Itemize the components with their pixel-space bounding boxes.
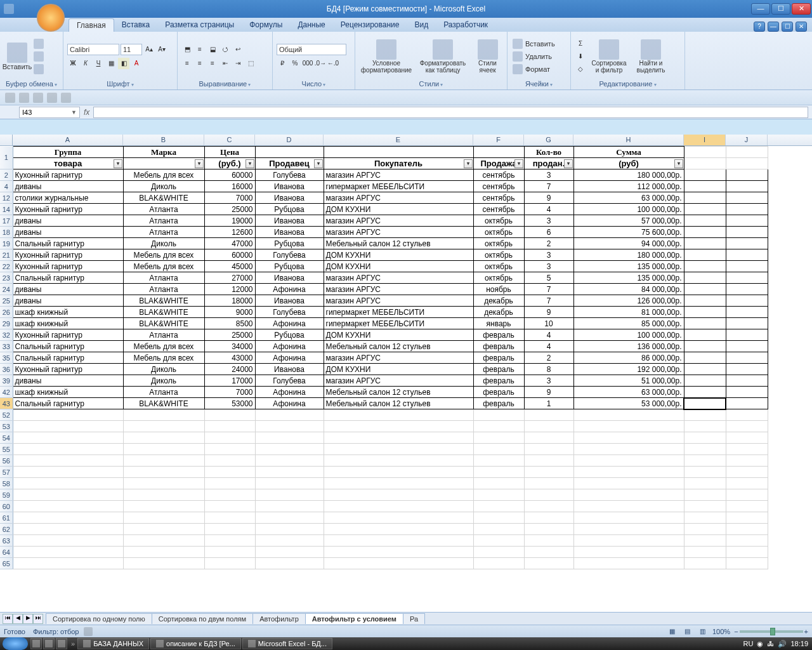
cell[interactable] — [684, 169, 726, 181]
cell[interactable]: Иванова — [255, 215, 324, 227]
align-right-button[interactable]: ≡ — [207, 58, 218, 69]
row-header[interactable]: 32 — [0, 329, 13, 341]
header-cell[interactable]: (руб)▾ — [573, 158, 684, 169]
row-header[interactable]: 63 — [0, 535, 13, 547]
header-cell[interactable]: Марка — [123, 147, 204, 158]
cell[interactable]: Диколь — [123, 238, 204, 249]
cell[interactable] — [726, 181, 768, 192]
cell[interactable] — [255, 421, 324, 432]
cell[interactable]: 18000 — [204, 295, 255, 307]
cell[interactable] — [726, 455, 768, 467]
cell[interactable] — [684, 512, 726, 524]
cell[interactable]: февраль — [473, 375, 524, 387]
cell[interactable]: январь — [473, 318, 524, 329]
row-header[interactable]: 64 — [0, 547, 13, 558]
cell[interactable]: Диколь — [123, 364, 204, 375]
row-header[interactable]: 55 — [0, 444, 13, 455]
cell[interactable] — [726, 284, 768, 295]
cell[interactable] — [684, 192, 726, 204]
header-cell[interactable]: Кол-во — [524, 147, 573, 158]
find-select-button[interactable]: Найти и выделить — [632, 36, 670, 77]
cell[interactable]: Мебель для всех — [123, 169, 204, 181]
header-cell[interactable]: Цена — [204, 147, 255, 158]
cell[interactable] — [726, 329, 768, 341]
cell[interactable]: 53 000,00р. — [573, 398, 684, 409]
row-header[interactable]: 57 — [0, 467, 13, 478]
cell[interactable]: 8 — [524, 364, 573, 375]
cut-button[interactable] — [33, 38, 44, 50]
currency-button[interactable]: ₽ — [277, 58, 288, 69]
cell[interactable] — [684, 272, 726, 284]
cell[interactable] — [684, 558, 726, 569]
cell[interactable] — [204, 547, 255, 558]
cell[interactable]: Мебельный салон 12 стульев — [324, 398, 473, 409]
cell[interactable]: Атланта — [123, 227, 204, 238]
cell[interactable]: 84 000,00р. — [573, 284, 684, 295]
cell[interactable] — [473, 455, 524, 467]
cell[interactable] — [123, 467, 204, 478]
cell[interactable] — [726, 398, 768, 409]
cell[interactable]: Афонина — [255, 341, 324, 352]
close-button[interactable]: ✕ — [792, 3, 811, 15]
cell[interactable]: Афонина — [255, 318, 324, 329]
row-header[interactable]: 24 — [0, 284, 13, 295]
cell[interactable] — [473, 547, 524, 558]
cell[interactable] — [324, 432, 473, 444]
row-header[interactable]: 1 — [0, 147, 13, 169]
cell[interactable]: 19000 — [204, 215, 255, 227]
tab-nav-prev[interactable]: ◀ — [13, 614, 23, 624]
format-painter-button[interactable] — [33, 63, 44, 75]
cell[interactable]: Кухонный гарнитур — [13, 329, 123, 341]
tab-nav-first[interactable]: ⏮ — [3, 614, 13, 624]
zoom-slider[interactable]: − + — [734, 628, 808, 635]
row-header[interactable]: 22 — [0, 261, 13, 272]
cell[interactable] — [726, 409, 768, 421]
cell[interactable] — [684, 387, 726, 398]
cell[interactable] — [524, 512, 573, 524]
cell[interactable] — [255, 489, 324, 501]
cell[interactable] — [726, 238, 768, 249]
cell[interactable] — [123, 455, 204, 467]
cell[interactable]: BLAK&WHITE — [123, 398, 204, 409]
doc-minimize-button[interactable]: — — [768, 22, 779, 32]
row-header[interactable]: 26 — [0, 307, 13, 318]
cell[interactable] — [573, 421, 684, 432]
clear-button[interactable]: ◇ — [575, 63, 586, 75]
cell-styles-button[interactable]: Стили ячеек — [472, 36, 503, 77]
cell[interactable] — [684, 535, 726, 547]
tab-Формулы[interactable]: Формулы — [242, 18, 290, 32]
cell[interactable] — [573, 547, 684, 558]
cell[interactable] — [204, 535, 255, 547]
tab-Рецензирование[interactable]: Рецензирование — [333, 18, 407, 32]
cell[interactable]: Кухонный гарнитур — [13, 249, 123, 261]
cell[interactable] — [204, 478, 255, 489]
row-header[interactable]: 43 — [0, 398, 13, 409]
cell[interactable]: 60000 — [204, 169, 255, 181]
cell[interactable]: Кухонный гарнитур — [13, 204, 123, 215]
row-header[interactable]: 33 — [0, 341, 13, 352]
cell[interactable] — [726, 558, 768, 569]
cell[interactable] — [13, 432, 123, 444]
grow-font-button[interactable]: A▴ — [143, 44, 155, 55]
row-header[interactable]: 56 — [0, 455, 13, 467]
cell[interactable]: 45000 — [204, 261, 255, 272]
cell[interactable]: октябрь — [473, 272, 524, 284]
cell[interactable]: Рубцова — [255, 204, 324, 215]
cell[interactable] — [324, 444, 473, 455]
cell[interactable]: 53000 — [204, 398, 255, 409]
row-header[interactable]: 23 — [0, 272, 13, 284]
cell[interactable] — [123, 421, 204, 432]
filter-dropdown-icon[interactable]: ▾ — [464, 159, 473, 168]
cell[interactable] — [726, 215, 768, 227]
fill-color-button[interactable]: ◧ — [118, 58, 129, 69]
row-header[interactable]: 25 — [0, 295, 13, 307]
fx-icon[interactable]: fx — [84, 108, 89, 117]
copy-button[interactable] — [33, 51, 44, 62]
filter-dropdown-icon[interactable]: ▾ — [314, 159, 323, 168]
header-cell[interactable]: Сумма — [573, 147, 684, 158]
cell[interactable] — [324, 547, 473, 558]
cell[interactable]: ДОМ КУХНИ — [324, 261, 473, 272]
indent-inc-button[interactable]: ⇥ — [232, 58, 244, 69]
align-bottom-button[interactable]: ⬓ — [207, 44, 218, 55]
cell[interactable]: магазин АРГУС — [324, 375, 473, 387]
